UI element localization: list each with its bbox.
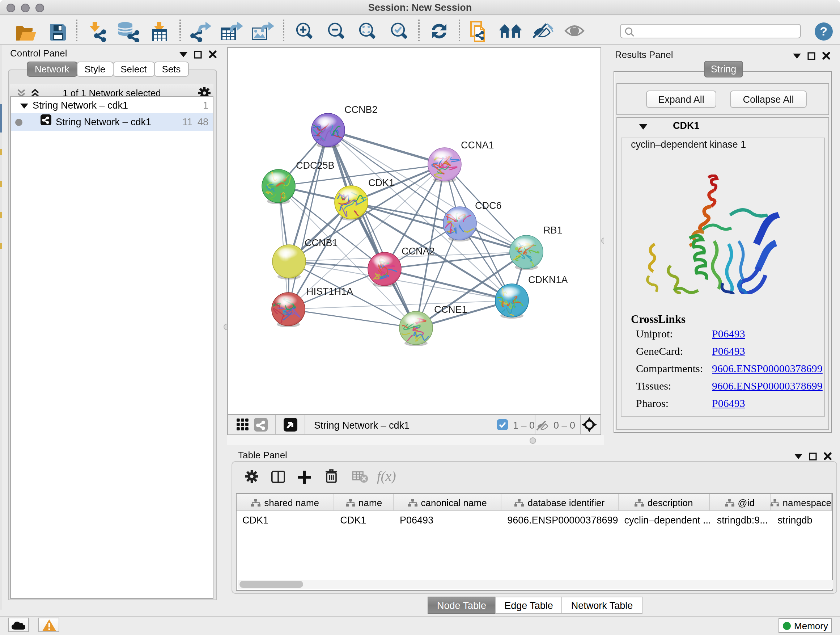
svg-text:CCNA2: CCNA2 [401, 246, 435, 257]
svg-text:CDKN1A: CDKN1A [528, 274, 568, 285]
svg-text:CDC6: CDC6 [475, 200, 502, 211]
svg-text:HIST1H1A: HIST1H1A [306, 286, 353, 297]
svg-text:CCNB2: CCNB2 [344, 104, 378, 115]
svg-text:CDK1: CDK1 [368, 177, 394, 188]
svg-text:CCNB1: CCNB1 [305, 238, 338, 249]
svg-text:RB1: RB1 [543, 225, 562, 236]
svg-text:CCNA1: CCNA1 [461, 140, 494, 150]
svg-text:CCNE1: CCNE1 [434, 304, 467, 315]
svg-text:CDC25B: CDC25B [296, 160, 335, 171]
